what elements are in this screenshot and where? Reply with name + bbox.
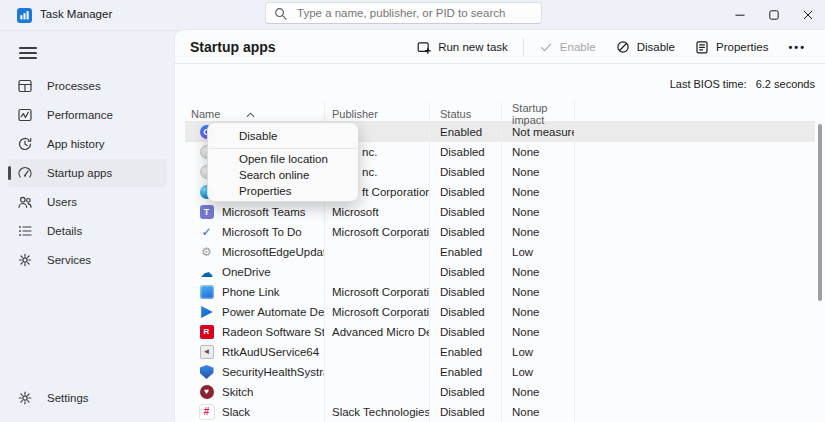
app-startup-impact: None [502,402,575,422]
app-startup-impact: Not measured [502,122,575,142]
menu-toggle-button[interactable] [14,40,42,66]
processes-icon [17,78,33,94]
table-row[interactable]: TMicrosoft TeamsMicrosoftDisabledNone [185,202,815,222]
power-automate-icon [200,305,214,319]
sidebar-item-label: Settings [47,392,89,404]
sidebar-item-label: Performance [47,109,113,121]
microsoft-teams-icon: T [200,205,214,219]
more-button[interactable]: ••• [779,36,815,58]
microsoft-to-do-icon: ✓ [200,225,214,239]
table-row[interactable]: SecurityHealthSystrayEnabledLow [185,362,815,382]
sidebar: ProcessesPerformanceApp historyStartup a… [0,30,175,422]
gear-icon [17,390,33,406]
context-menu-item-search-online[interactable]: Search online [208,167,358,183]
scrollbar-thumb[interactable] [818,124,822,301]
app-publisher: Microsoft Corporation [325,302,430,322]
sidebar-item-performance[interactable]: Performance [8,101,167,129]
onedrive-icon: ☁ [200,265,214,279]
window-title: Task Manager [40,8,112,20]
skitch-icon: ♥ [200,385,214,399]
context-menu-item-open-file-location[interactable]: Open file location [208,151,358,167]
sidebar-item-label: Users [47,196,77,208]
table-row[interactable]: RRadeon Software Startup T...Advanced Mi… [185,322,815,342]
app-name: Slack [222,402,325,422]
app-status: Disabled [430,402,502,422]
window-controls [723,0,825,30]
search-box[interactable] [265,2,542,24]
table-row[interactable]: ♥SkitchDisabledNone [185,382,815,402]
table-row[interactable]: Power Automate DesktopMicrosoft Corporat… [185,302,815,322]
app-status: Enabled [430,362,502,382]
app-status: Disabled [430,162,502,182]
app-startup-impact: None [502,322,575,342]
sidebar-item-startup-apps[interactable]: Startup apps [8,159,167,187]
app-name: Microsoft To Do [222,222,325,242]
disable-button[interactable]: Disable [607,35,684,59]
app-startup-impact: None [502,262,575,282]
radeon-icon: R [200,325,214,339]
properties-button[interactable]: Properties [686,35,777,59]
minimize-button[interactable] [723,0,757,30]
search-input[interactable] [295,6,533,20]
last-bios-value: 6.2 seconds [756,78,815,90]
table-row[interactable]: ◄RtkAudUService64EnabledLow [185,342,815,362]
last-bios-time: Last BIOS time:6.2 seconds [175,78,815,90]
app-status: Enabled [430,242,502,262]
sidebar-item-settings[interactable]: Settings [8,384,167,412]
app-status: Disabled [430,262,502,282]
app-startup-impact: Low [502,362,575,382]
app-status: Disabled [430,222,502,242]
edge-update-icon: ⚙ [200,245,214,259]
table-row[interactable]: ⚙MicrosoftEdgeUpdateCoreEnabledLow [185,242,815,262]
sidebar-item-processes[interactable]: Processes [8,72,167,100]
app-name: Power Automate Desktop [222,302,325,322]
table-row[interactable]: ☁OneDriveDisabledNone [185,262,815,282]
sidebar-item-users[interactable]: Users [8,188,167,216]
app-startup-impact: None [502,222,575,242]
enable-button[interactable]: Enable [530,35,605,59]
details-icon [17,223,33,239]
context-menu-item-disable[interactable]: Disable [208,125,358,146]
run-new-task-icon [417,40,431,54]
table-row[interactable]: Phone LinkMicrosoft CorporationDisabledN… [185,282,815,302]
content-panel: Startup apps Run new taskEnableDisablePr… [175,30,825,422]
app-status: Disabled [430,182,502,202]
app-startup-impact: None [502,182,575,202]
app-startup-impact: None [502,162,575,182]
app-startup-impact: None [502,202,575,222]
table-row[interactable]: #SlackSlack Technologies Inc.DisabledNon… [185,402,815,422]
app-name: Phone Link [222,282,325,302]
disable-icon [616,40,630,54]
sort-ascending-icon [246,108,255,120]
services-icon [17,252,33,268]
close-button[interactable] [791,0,825,30]
sidebar-item-services[interactable]: Services [8,246,167,274]
context-menu: DisableOpen file locationSearch onlinePr… [207,122,359,202]
sidebar-item-label: Services [47,254,91,266]
slack-icon: # [199,404,215,420]
app-name: SecurityHealthSystray [222,362,325,382]
enable-icon [539,40,553,54]
app-startup-impact: None [502,142,575,162]
app-publisher [325,242,430,262]
app-status: Disabled [430,202,502,222]
table-row[interactable]: ✓Microsoft To DoMicrosoft CorporationDis… [185,222,815,242]
app-publisher: Microsoft [325,202,430,222]
sidebar-item-details[interactable]: Details [8,217,167,245]
run-new-task-button[interactable]: Run new task [408,35,517,59]
app-publisher [325,262,430,282]
maximize-button[interactable] [757,0,791,30]
app-status: Disabled [430,382,502,402]
properties-icon [695,40,709,54]
app-name: RtkAudUService64 [222,342,325,362]
context-menu-item-properties[interactable]: Properties [208,183,358,199]
performance-icon [17,107,33,123]
app-status: Disabled [430,142,502,162]
toolbar: Startup apps Run new taskEnableDisablePr… [175,30,825,64]
app-publisher: Microsoft Corporation [325,222,430,242]
app-publisher: Advanced Micro Device... [325,322,430,342]
app-startup-impact: Low [502,242,575,262]
sidebar-item-app-history[interactable]: App history [8,130,167,158]
app-publisher [325,382,430,402]
startup-apps-icon [17,165,33,181]
